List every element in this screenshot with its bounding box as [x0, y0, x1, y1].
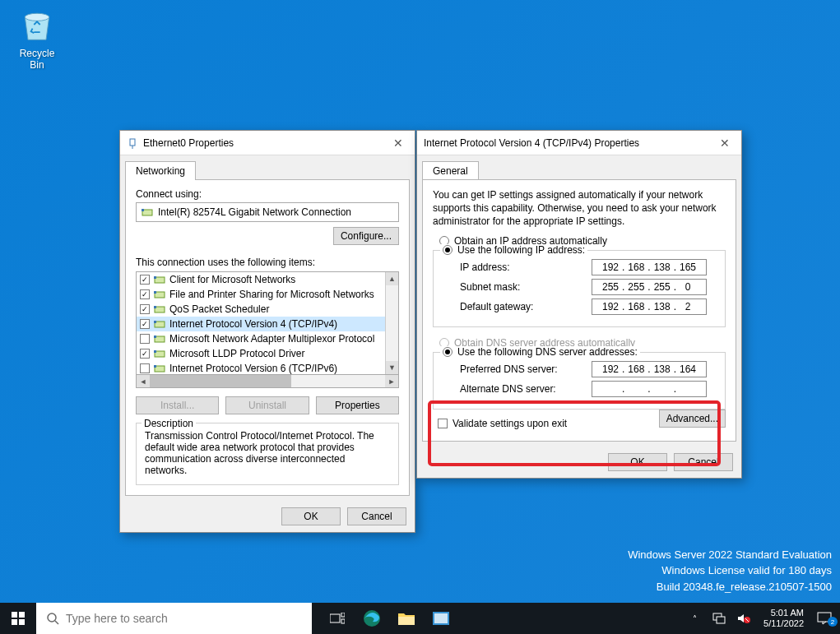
- list-item[interactable]: Client for Microsoft Networks: [137, 272, 385, 287]
- pref-dns-label: Preferred DNS server:: [460, 363, 592, 375]
- svg-rect-14: [154, 336, 156, 338]
- edge-button[interactable]: [355, 603, 389, 634]
- cancel-button[interactable]: Cancel: [674, 453, 733, 471]
- svg-rect-4: [142, 209, 144, 211]
- protocol-icon: [154, 304, 165, 314]
- items-label: This connection uses the following items…: [136, 257, 399, 268]
- list-item[interactable]: Microsoft Network Adapter Multiplexor Pr…: [137, 331, 385, 346]
- checkbox-icon[interactable]: [140, 349, 150, 359]
- list-item-label: Microsoft Network Adapter Multiplexor Pr…: [169, 333, 374, 345]
- alt-dns-label: Alternate DNS server:: [460, 383, 592, 395]
- search-input[interactable]: Type here to search: [36, 603, 312, 634]
- properties-button[interactable]: Properties: [316, 396, 399, 414]
- nic-icon: [142, 207, 153, 217]
- ipv4-properties-dialog: Internet Protocol Version 4 (TCP/IPv4) P…: [416, 130, 742, 479]
- list-item-label: QoS Packet Scheduler: [169, 303, 269, 315]
- svg-rect-12: [154, 321, 156, 323]
- close-button[interactable]: ✕: [715, 137, 735, 150]
- svg-rect-20: [19, 612, 25, 618]
- radio-icon: [443, 245, 452, 255]
- items-list[interactable]: Client for Microsoft NetworksFile and Pr…: [137, 272, 385, 374]
- install-button[interactable]: Install...: [136, 396, 219, 414]
- horizontal-scrollbar[interactable]: ◄ ►: [136, 375, 399, 388]
- svg-rect-8: [154, 291, 156, 294]
- task-view-icon: [330, 613, 345, 624]
- recycle-bin[interactable]: Recycle Bin: [12, 7, 62, 71]
- app-button[interactable]: [424, 603, 458, 634]
- close-button[interactable]: ✕: [388, 137, 408, 150]
- svg-rect-25: [330, 614, 340, 622]
- svg-rect-29: [398, 617, 415, 625]
- preferred-dns-field[interactable]: 192.168.138.164: [592, 361, 707, 377]
- start-button[interactable]: [0, 603, 36, 634]
- protocol-icon: [154, 363, 165, 373]
- ok-button[interactable]: OK: [281, 507, 341, 525]
- vertical-scrollbar[interactable]: ▲ ▼: [385, 272, 398, 374]
- svg-point-23: [48, 613, 56, 622]
- subnet-mask-field[interactable]: 255.255.255.0: [592, 279, 707, 295]
- list-item[interactable]: Internet Protocol Version 6 (TCP/IPv6): [137, 361, 385, 374]
- svg-rect-22: [19, 619, 25, 625]
- list-item-label: Internet Protocol Version 4 (TCP/IPv4): [169, 318, 337, 330]
- checkbox-icon[interactable]: [140, 319, 150, 329]
- adapter-field[interactable]: Intel(R) 82574L Gigabit Network Connecti…: [136, 202, 399, 222]
- taskbar: Type here to search ˄: [0, 603, 840, 634]
- ok-button[interactable]: OK: [608, 453, 667, 471]
- dialog-title: Internet Protocol Version 4 (TCP/IPv4) P…: [424, 137, 715, 149]
- checkbox-icon[interactable]: [140, 289, 150, 299]
- window-icon: [433, 612, 449, 625]
- alternate-dns-field[interactable]: ...: [592, 381, 707, 397]
- protocol-icon: [154, 289, 165, 299]
- scroll-left-icon[interactable]: ◄: [137, 375, 150, 387]
- checkbox-icon[interactable]: [140, 334, 150, 344]
- volume-icon: [737, 613, 750, 624]
- checkbox-icon[interactable]: [140, 275, 150, 285]
- adapter-name: Intel(R) 82574L Gigabit Network Connecti…: [158, 206, 351, 218]
- ethernet-icon: [127, 137, 138, 149]
- svg-rect-19: [12, 612, 17, 618]
- mask-label: Subnet mask:: [460, 281, 592, 293]
- svg-rect-18: [154, 365, 156, 368]
- tab-networking[interactable]: Networking: [125, 161, 196, 180]
- list-item[interactable]: Internet Protocol Version 4 (TCP/IPv4): [137, 317, 385, 331]
- list-item[interactable]: File and Printer Sharing for Microsoft N…: [137, 287, 385, 302]
- svg-rect-21: [12, 619, 17, 625]
- scroll-up-icon[interactable]: ▲: [386, 272, 398, 285]
- radio-use-ip[interactable]: Use the following IP address:: [440, 244, 718, 256]
- svg-rect-26: [341, 613, 345, 617]
- edge-icon: [363, 609, 381, 627]
- tray-network[interactable]: [711, 613, 727, 624]
- chevron-up-icon: ˄: [693, 614, 697, 623]
- tab-general[interactable]: General: [422, 161, 479, 180]
- protocol-icon: [154, 334, 165, 344]
- list-item[interactable]: Microsoft LLDP Protocol Driver: [137, 346, 385, 361]
- radio-use-dns[interactable]: Use the following DNS server addresses:: [440, 346, 718, 358]
- tray-volume[interactable]: [736, 613, 752, 624]
- svg-rect-31: [434, 613, 448, 623]
- explorer-button[interactable]: [389, 603, 424, 634]
- search-placeholder: Type here to search: [66, 612, 168, 625]
- advanced-button[interactable]: Advanced...: [659, 410, 726, 428]
- ip-address-field[interactable]: 192.168.138.165: [592, 259, 707, 275]
- scroll-down-icon[interactable]: ▼: [386, 361, 398, 374]
- configure-button[interactable]: Configure...: [333, 227, 399, 245]
- recycle-bin-icon: [19, 7, 55, 43]
- checkbox-icon[interactable]: [140, 363, 150, 373]
- list-item[interactable]: QoS Packet Scheduler: [137, 302, 385, 317]
- checkbox-icon[interactable]: [140, 304, 150, 314]
- search-icon: [46, 612, 59, 625]
- tray-chevron[interactable]: ˄: [686, 614, 703, 623]
- cancel-button[interactable]: Cancel: [347, 507, 406, 525]
- tray-notifications[interactable]: 2: [814, 612, 835, 625]
- svg-rect-6: [154, 276, 156, 279]
- description-text: Transmission Control Protocol/Internet P…: [145, 430, 390, 476]
- protocol-icon: [154, 319, 165, 329]
- ethernet-properties-dialog: Ethernet0 Properties ✕ Networking Connec…: [119, 130, 415, 533]
- tray-clock[interactable]: 5:01 AM 5/11/2022: [763, 608, 804, 629]
- task-view-button[interactable]: [320, 603, 355, 634]
- svg-rect-10: [154, 306, 156, 308]
- gateway-field[interactable]: 192.168.138.2: [592, 298, 707, 315]
- list-item-label: File and Printer Sharing for Microsoft N…: [169, 289, 374, 300]
- scroll-right-icon[interactable]: ►: [385, 375, 398, 387]
- uninstall-button[interactable]: Uninstall: [225, 396, 309, 414]
